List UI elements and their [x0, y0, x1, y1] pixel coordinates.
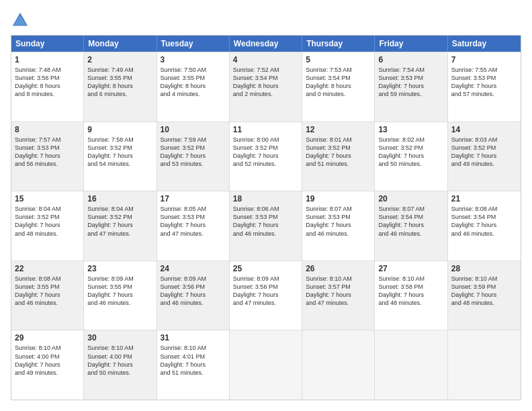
day-number: 23 [87, 264, 152, 273]
calendar-cell: 1Sunrise: 7:48 AM Sunset: 3:56 PM Daylig… [11, 52, 84, 122]
day-number: 3 [161, 55, 226, 64]
calendar-week-4: 22Sunrise: 8:08 AM Sunset: 3:55 PM Dayli… [11, 261, 521, 330]
cell-sun-data: Sunrise: 8:01 AM Sunset: 3:52 PM Dayligh… [306, 136, 371, 169]
day-number: 25 [233, 264, 298, 273]
header-day-friday: Friday [375, 36, 447, 52]
calendar-cell: 6Sunrise: 7:54 AM Sunset: 3:53 PM Daylig… [375, 52, 447, 122]
cell-sun-data: Sunrise: 8:03 AM Sunset: 3:52 PM Dayligh… [451, 136, 517, 169]
cell-sun-data: Sunrise: 8:10 AM Sunset: 3:58 PM Dayligh… [378, 275, 443, 308]
day-number: 7 [451, 55, 517, 64]
cell-sun-data: Sunrise: 7:49 AM Sunset: 3:55 PM Dayligh… [87, 66, 152, 99]
calendar-cell: 14Sunrise: 8:03 AM Sunset: 3:52 PM Dayli… [448, 122, 521, 191]
day-number: 2 [87, 55, 152, 64]
day-number: 19 [306, 194, 371, 203]
day-number: 31 [161, 333, 226, 342]
calendar-cell [230, 330, 302, 400]
calendar-cell: 16Sunrise: 8:04 AM Sunset: 3:52 PM Dayli… [84, 191, 157, 261]
day-number: 22 [15, 264, 80, 273]
cell-sun-data: Sunrise: 7:48 AM Sunset: 3:56 PM Dayligh… [15, 66, 80, 99]
day-number: 11 [233, 125, 298, 134]
cell-sun-data: Sunrise: 8:10 AM Sunset: 4:00 PM Dayligh… [87, 344, 152, 377]
cell-sun-data: Sunrise: 8:10 AM Sunset: 3:59 PM Dayligh… [451, 275, 517, 308]
day-number: 15 [15, 194, 80, 203]
day-number: 17 [161, 194, 226, 203]
calendar-cell: 17Sunrise: 8:05 AM Sunset: 3:53 PM Dayli… [157, 191, 230, 261]
day-number: 18 [233, 194, 298, 203]
calendar-cell: 29Sunrise: 8:10 AM Sunset: 4:00 PM Dayli… [11, 330, 84, 400]
cell-sun-data: Sunrise: 8:00 AM Sunset: 3:52 PM Dayligh… [233, 136, 298, 169]
calendar-cell: 21Sunrise: 8:08 AM Sunset: 3:54 PM Dayli… [448, 191, 521, 261]
calendar-body: 1Sunrise: 7:48 AM Sunset: 3:56 PM Daylig… [11, 52, 521, 400]
calendar-cell: 11Sunrise: 8:00 AM Sunset: 3:52 PM Dayli… [230, 122, 302, 191]
header-day-wednesday: Wednesday [230, 36, 302, 52]
cell-sun-data: Sunrise: 8:09 AM Sunset: 3:55 PM Dayligh… [87, 275, 152, 308]
cell-sun-data: Sunrise: 7:57 AM Sunset: 3:53 PM Dayligh… [15, 136, 80, 169]
cell-sun-data: Sunrise: 7:52 AM Sunset: 3:54 PM Dayligh… [233, 66, 298, 99]
header-day-tuesday: Tuesday [157, 36, 230, 52]
cell-sun-data: Sunrise: 8:06 AM Sunset: 3:53 PM Dayligh… [233, 205, 298, 238]
header-day-monday: Monday [84, 36, 157, 52]
cell-sun-data: Sunrise: 8:07 AM Sunset: 3:54 PM Dayligh… [378, 205, 443, 238]
calendar-cell: 2Sunrise: 7:49 AM Sunset: 3:55 PM Daylig… [84, 52, 157, 122]
calendar-cell: 25Sunrise: 8:09 AM Sunset: 3:56 PM Dayli… [230, 261, 302, 330]
cell-sun-data: Sunrise: 8:10 AM Sunset: 4:00 PM Dayligh… [15, 344, 80, 377]
calendar-week-1: 1Sunrise: 7:48 AM Sunset: 3:56 PM Daylig… [11, 52, 521, 122]
calendar-cell: 3Sunrise: 7:50 AM Sunset: 3:55 PM Daylig… [157, 52, 230, 122]
logo [11, 11, 32, 30]
day-number: 5 [306, 55, 371, 64]
day-number: 12 [306, 125, 371, 134]
calendar-cell: 4Sunrise: 7:52 AM Sunset: 3:54 PM Daylig… [230, 52, 302, 122]
day-number: 21 [451, 194, 517, 203]
calendar-cell [302, 330, 375, 400]
calendar-cell: 23Sunrise: 8:09 AM Sunset: 3:55 PM Dayli… [84, 261, 157, 330]
day-number: 14 [451, 125, 517, 134]
day-number: 28 [451, 264, 517, 273]
calendar-cell: 8Sunrise: 7:57 AM Sunset: 3:53 PM Daylig… [11, 122, 84, 191]
calendar-week-5: 29Sunrise: 8:10 AM Sunset: 4:00 PM Dayli… [11, 330, 521, 400]
calendar-cell: 10Sunrise: 7:59 AM Sunset: 3:52 PM Dayli… [157, 122, 230, 191]
cell-sun-data: Sunrise: 7:50 AM Sunset: 3:55 PM Dayligh… [161, 66, 226, 99]
cell-sun-data: Sunrise: 8:10 AM Sunset: 3:57 PM Dayligh… [306, 275, 371, 308]
calendar-cell: 13Sunrise: 8:02 AM Sunset: 3:52 PM Dayli… [375, 122, 447, 191]
calendar-cell [448, 330, 521, 400]
calendar-cell: 30Sunrise: 8:10 AM Sunset: 4:00 PM Dayli… [84, 330, 157, 400]
cell-sun-data: Sunrise: 8:04 AM Sunset: 3:52 PM Dayligh… [87, 205, 152, 238]
cell-sun-data: Sunrise: 8:09 AM Sunset: 3:56 PM Dayligh… [233, 275, 298, 308]
calendar-cell [375, 330, 447, 400]
cell-sun-data: Sunrise: 8:09 AM Sunset: 3:56 PM Dayligh… [161, 275, 226, 308]
calendar-week-3: 15Sunrise: 8:04 AM Sunset: 3:52 PM Dayli… [11, 191, 521, 261]
header-day-saturday: Saturday [448, 36, 521, 52]
calendar-cell: 19Sunrise: 8:07 AM Sunset: 3:53 PM Dayli… [302, 191, 375, 261]
day-number: 29 [15, 333, 80, 342]
cell-sun-data: Sunrise: 8:08 AM Sunset: 3:54 PM Dayligh… [451, 205, 517, 238]
calendar-cell: 27Sunrise: 8:10 AM Sunset: 3:58 PM Dayli… [375, 261, 447, 330]
calendar-cell: 26Sunrise: 8:10 AM Sunset: 3:57 PM Dayli… [302, 261, 375, 330]
day-number: 20 [378, 194, 443, 203]
day-number: 16 [87, 194, 152, 203]
logo-icon [11, 11, 30, 30]
header-day-thursday: Thursday [302, 36, 375, 52]
calendar-cell: 22Sunrise: 8:08 AM Sunset: 3:55 PM Dayli… [11, 261, 84, 330]
calendar-header: SundayMondayTuesdayWednesdayThursdayFrid… [11, 36, 521, 52]
cell-sun-data: Sunrise: 8:02 AM Sunset: 3:52 PM Dayligh… [378, 136, 443, 169]
day-number: 8 [15, 125, 80, 134]
calendar-cell: 15Sunrise: 8:04 AM Sunset: 3:52 PM Dayli… [11, 191, 84, 261]
cell-sun-data: Sunrise: 8:08 AM Sunset: 3:55 PM Dayligh… [15, 275, 80, 308]
cell-sun-data: Sunrise: 7:54 AM Sunset: 3:53 PM Dayligh… [378, 66, 443, 99]
cell-sun-data: Sunrise: 7:53 AM Sunset: 3:54 PM Dayligh… [306, 66, 371, 99]
header [11, 11, 521, 30]
day-number: 9 [87, 125, 152, 134]
day-number: 4 [233, 55, 298, 64]
page: SundayMondayTuesdayWednesdayThursdayFrid… [0, 0, 532, 411]
cell-sun-data: Sunrise: 8:05 AM Sunset: 3:53 PM Dayligh… [161, 205, 226, 238]
calendar-cell: 20Sunrise: 8:07 AM Sunset: 3:54 PM Dayli… [375, 191, 447, 261]
cell-sun-data: Sunrise: 8:07 AM Sunset: 3:53 PM Dayligh… [306, 205, 371, 238]
calendar-cell: 5Sunrise: 7:53 AM Sunset: 3:54 PM Daylig… [302, 52, 375, 122]
calendar-cell: 24Sunrise: 8:09 AM Sunset: 3:56 PM Dayli… [157, 261, 230, 330]
calendar-cell: 7Sunrise: 7:55 AM Sunset: 3:53 PM Daylig… [448, 52, 521, 122]
cell-sun-data: Sunrise: 7:58 AM Sunset: 3:52 PM Dayligh… [87, 136, 152, 169]
cell-sun-data: Sunrise: 8:04 AM Sunset: 3:52 PM Dayligh… [15, 205, 80, 238]
calendar-cell: 9Sunrise: 7:58 AM Sunset: 3:52 PM Daylig… [84, 122, 157, 191]
day-number: 30 [87, 333, 152, 342]
header-day-sunday: Sunday [11, 36, 84, 52]
